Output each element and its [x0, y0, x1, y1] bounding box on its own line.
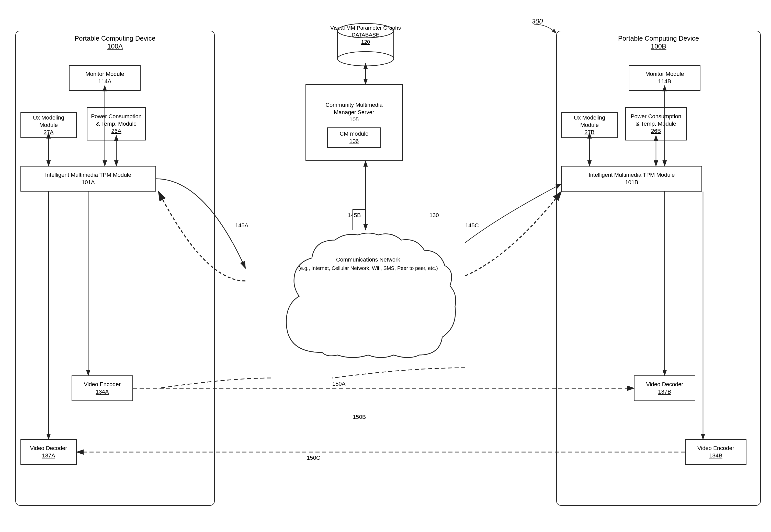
decoder-right: Video Decoder 137B	[634, 375, 695, 401]
label-150b: 150B	[353, 414, 366, 420]
diagram-container: Portable Computing Device 100A Monitor M…	[0, 0, 771, 532]
label-130: 130	[429, 212, 439, 219]
monitor-module-right: Monitor Module 114B	[629, 65, 701, 91]
ux-module-left: Ux Modeling Module 27A	[20, 112, 77, 138]
label-145a: 145A	[235, 222, 248, 229]
encoder-left: Video Encoder 134A	[72, 375, 133, 401]
left-device-title: Portable Computing Device 100A	[26, 34, 205, 50]
tpm-module-left: Intelligent Multimedia TPM Module 101A	[20, 166, 156, 192]
label-145c: 145C	[465, 222, 479, 229]
label-150c: 150C	[307, 455, 320, 461]
network-cloud	[271, 230, 465, 368]
network-label: Communications Network (e.g., Internet, …	[276, 255, 460, 272]
tpm-module-right: Intelligent Multimedia TPM Module 101B	[561, 166, 702, 192]
left-device-box	[15, 31, 215, 506]
power-module-right: Power Consumption & Temp. Module 26B	[625, 107, 687, 140]
database-label: Visual MM Parameter Graphs DATABASE 120	[327, 24, 404, 45]
ref-300: 300	[532, 17, 543, 25]
monitor-module-left: Monitor Module 114A	[69, 65, 140, 91]
right-device-title: Portable Computing Device 100B	[566, 34, 751, 50]
power-module-left: Power Consumption & Temp. Module 26A	[87, 107, 146, 140]
decoder-left: Video Decoder 137A	[20, 439, 77, 465]
label-150a: 150A	[332, 381, 345, 387]
right-device-box	[556, 31, 761, 506]
label-145b: 145B	[348, 212, 361, 219]
server-box: Community MultimediaManager Server 105 C…	[306, 84, 403, 161]
ux-module-right: Ux Modeling Module 27B	[561, 112, 618, 138]
svg-point-4	[337, 52, 394, 66]
cm-module-box: CM module 106	[327, 127, 381, 148]
encoder-right: Video Encoder 134B	[685, 439, 746, 465]
